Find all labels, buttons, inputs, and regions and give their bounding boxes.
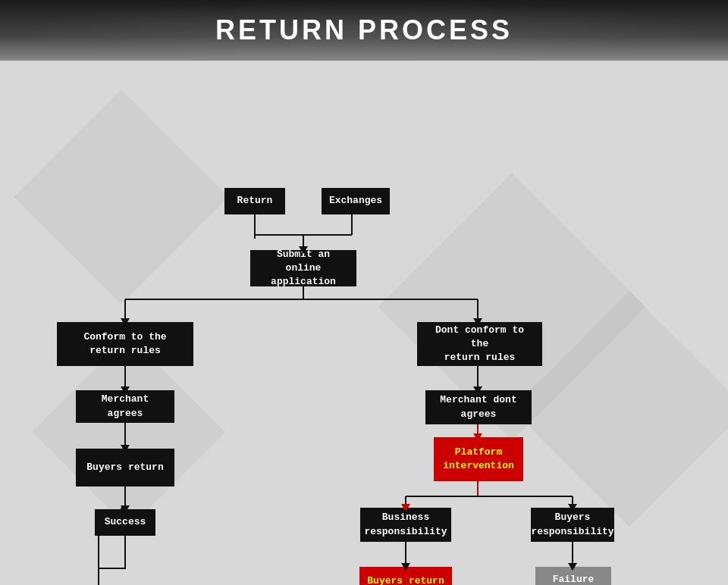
arrow-down-merchantagrees — [121, 386, 130, 394]
header: RETURN PROCESS — [0, 0, 728, 61]
dont-conform-box: Dont conform to the return rules — [417, 322, 542, 366]
platform-box: Platform intervention — [434, 437, 523, 481]
page-title: RETURN PROCESS — [215, 14, 513, 46]
merchant-agrees-box: Merchant agrees — [76, 390, 174, 423]
arrow-down-businessresp — [401, 504, 410, 511]
arrow-down-submit — [299, 246, 308, 254]
arrow-down-failure — [568, 563, 577, 571]
buyers-resp-box: Buyers responsibility — [531, 508, 614, 542]
arrow-down-success — [121, 505, 130, 513]
buyers-return-left-box: Buyers return — [76, 449, 174, 486]
main-content: Return Exchanges Submit an online applic… — [0, 61, 728, 585]
arrow-down-buyersreturnright — [401, 563, 410, 571]
arrow-down-buyersreturnleft — [121, 445, 130, 452]
submit-box: Submit an online application — [250, 250, 356, 286]
exchanges-box: Exchanges — [322, 188, 390, 214]
return-box: Return — [224, 188, 285, 214]
arrow-down-merchantdont — [473, 386, 482, 394]
merchant-dont-box: Merchant dont agrees — [425, 390, 532, 424]
flowchart: Return Exchanges Submit an online applic… — [0, 76, 728, 585]
arrow-down-platform — [473, 433, 482, 441]
conform-box: Conform to the return rules — [57, 322, 193, 366]
arrow-down-dontconform — [473, 318, 482, 326]
business-resp-box: Business responsibility — [360, 508, 451, 542]
arrow-down-conform — [121, 318, 130, 326]
arrow-down-buyersresp — [568, 504, 577, 511]
